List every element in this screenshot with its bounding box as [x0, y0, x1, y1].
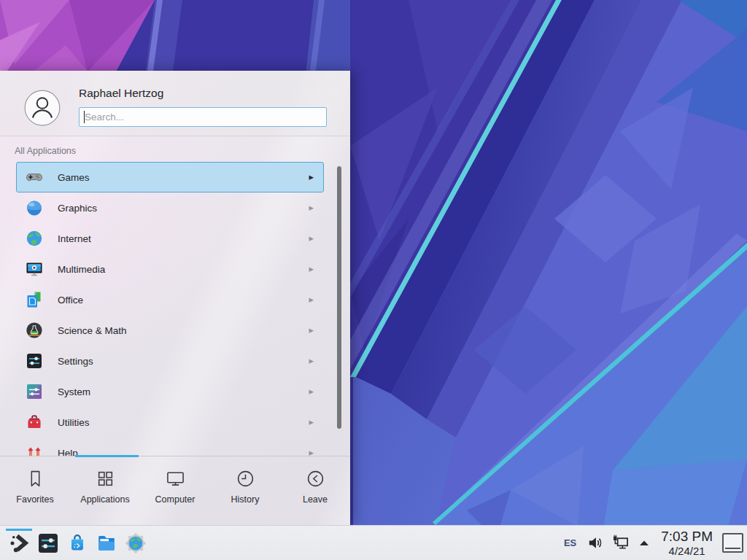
submenu-arrow-icon: ▸	[309, 447, 314, 456]
tab-label: Computer	[155, 494, 196, 505]
monitor-play-icon	[26, 260, 43, 278]
active-task-indicator	[6, 529, 32, 531]
file-manager-button[interactable]	[92, 526, 121, 560]
category-internet[interactable]: Internet ▸	[16, 223, 324, 254]
application-launcher-menu: Raphael Hertzog All Applications Games ▸	[0, 71, 350, 525]
web-browser-button[interactable]	[121, 526, 150, 560]
desktop: Raphael Hertzog All Applications Games ▸	[0, 0, 747, 560]
category-label: Multimedia	[58, 264, 105, 275]
documents-icon	[26, 291, 43, 308]
volume-icon[interactable]	[586, 534, 604, 552]
application-category-list: Games ▸ Graphics ▸ Intern	[0, 158, 350, 456]
launcher-header: Raphael Hertzog	[0, 71, 350, 136]
submenu-arrow-icon: ▸	[309, 263, 314, 274]
submenu-arrow-icon: ▸	[309, 386, 314, 397]
submenu-arrow-icon: ▸	[309, 355, 314, 366]
clock-date: 4/24/21	[661, 545, 713, 556]
sliders-dark-icon	[26, 352, 43, 370]
category-science-math[interactable]: Science & Math ▸	[16, 315, 324, 346]
keyboard-layout-indicator[interactable]: ES	[564, 537, 576, 548]
tab-computer[interactable]: Computer	[140, 458, 210, 525]
tab-label: History	[231, 494, 260, 505]
tab-applications[interactable]: Applications	[70, 458, 140, 525]
discover-button[interactable]	[63, 526, 92, 560]
blue-ball-icon	[26, 199, 43, 217]
blue-folder-icon	[96, 532, 117, 554]
category-label: Office	[58, 295, 83, 306]
tab-history[interactable]: History	[210, 458, 280, 525]
submenu-arrow-icon: ▸	[309, 416, 314, 427]
globe-icon	[26, 230, 43, 247]
category-label: Internet	[58, 233, 91, 244]
category-help[interactable]: Help ▸	[16, 438, 324, 456]
category-graphics[interactable]: Graphics ▸	[16, 192, 324, 223]
system-settings-icon	[36, 532, 60, 555]
system-tray: ES 7:03 PM 4/24/21	[558, 526, 747, 560]
digital-clock[interactable]: 7:03 PM 4/24/21	[661, 529, 713, 556]
app-grid-icon	[96, 469, 115, 489]
help-arrows-icon	[26, 444, 43, 456]
category-system[interactable]: System ▸	[16, 376, 324, 407]
submenu-arrow-icon: ▸	[309, 294, 314, 305]
user-name: Raphael Hertzog	[79, 87, 163, 100]
tab-label: Leave	[303, 494, 328, 505]
taskbar-launchers	[0, 526, 150, 560]
category-multimedia[interactable]: Multimedia ▸	[16, 254, 324, 284]
submenu-arrow-icon: ▸	[309, 202, 314, 213]
category-label: Utilities	[58, 417, 90, 428]
category-label: Settings	[58, 356, 93, 367]
submenu-arrow-icon: ▸	[309, 171, 314, 182]
discover-bag-icon	[66, 532, 88, 554]
flask-icon	[26, 322, 43, 339]
network-icon[interactable]	[611, 534, 630, 552]
history-clock-icon	[236, 469, 255, 489]
taskbar-panel: ES 7:03 PM 4/24/21	[0, 525, 747, 560]
category-office[interactable]: Office ▸	[16, 284, 324, 315]
system-settings-button[interactable]	[34, 526, 63, 560]
category-games[interactable]: Games ▸	[16, 162, 324, 192]
kde-kicker-icon	[7, 532, 31, 555]
user-avatar-icon[interactable]	[24, 90, 61, 126]
gamepad-icon	[26, 168, 43, 186]
show-desktop-button[interactable]	[722, 533, 743, 553]
category-label: Graphics	[58, 203, 97, 214]
application-launcher-button[interactable]	[4, 526, 34, 560]
section-label: All Applications	[15, 146, 76, 156]
tab-leave[interactable]: Leave	[280, 458, 350, 525]
list-scrollbar[interactable]	[337, 166, 341, 429]
bookmark-icon	[26, 469, 45, 489]
tabbar-separator	[0, 456, 350, 456]
text-cursor	[84, 111, 85, 123]
leave-circle-icon	[306, 469, 325, 489]
tab-label: Favorites	[16, 494, 53, 505]
submenu-arrow-icon: ▸	[309, 233, 314, 244]
sliders-gradient-icon	[26, 383, 43, 400]
tab-label: Applications	[80, 494, 129, 505]
toolbox-icon	[26, 413, 43, 431]
category-utilities[interactable]: Utilities ▸	[16, 407, 324, 438]
globe-gear-icon	[125, 532, 147, 554]
tab-favorites[interactable]: Favorites	[0, 458, 70, 525]
submenu-arrow-icon: ▸	[309, 324, 314, 335]
active-tab-indicator	[75, 455, 139, 457]
category-label: Science & Math	[58, 325, 127, 336]
computer-icon	[166, 469, 185, 489]
category-settings[interactable]: Settings ▸	[16, 346, 324, 376]
search-input[interactable]	[79, 107, 327, 127]
clock-time: 7:03 PM	[661, 529, 713, 543]
expand-tray-icon[interactable]	[638, 537, 651, 550]
launcher-tabbar: Favorites Applications	[0, 458, 350, 525]
category-label: Games	[58, 172, 90, 183]
category-label: System	[58, 386, 90, 397]
